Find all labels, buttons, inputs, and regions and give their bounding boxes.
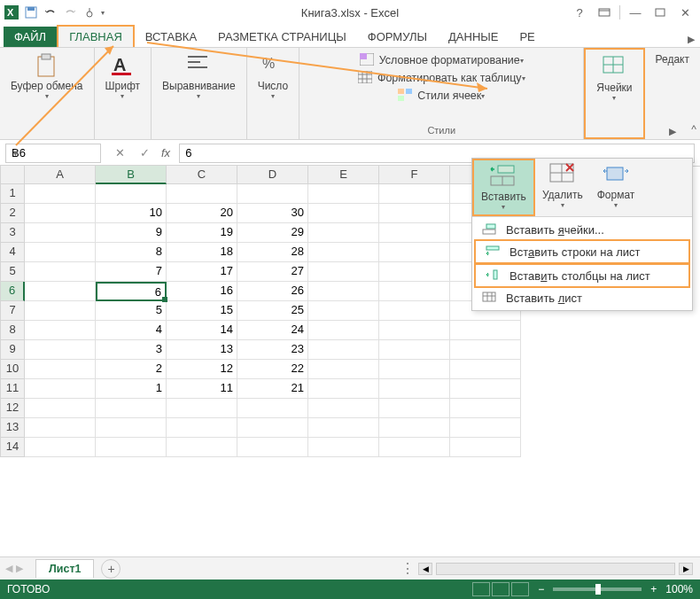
cell[interactable]: 14 (167, 321, 237, 340)
row-header[interactable]: 1 (0, 184, 25, 204)
cell[interactable] (25, 418, 96, 438)
cell[interactable] (25, 438, 96, 457)
alignment-button[interactable]: Выравнивание ▾ (159, 51, 239, 102)
cell[interactable] (167, 184, 237, 204)
cell[interactable]: 26 (237, 282, 308, 301)
format-as-table-button[interactable]: Форматировать как таблицу▾ (358, 69, 525, 87)
cell[interactable]: 27 (237, 262, 308, 282)
minimize-button[interactable]: — (624, 4, 647, 21)
cell[interactable] (379, 399, 450, 418)
cell[interactable]: 24 (237, 321, 308, 340)
cell[interactable]: 19 (167, 223, 237, 243)
tab-home[interactable]: ГЛАВНАЯ (57, 25, 135, 47)
cell[interactable]: 25 (237, 301, 308, 321)
cell[interactable] (25, 223, 96, 243)
cell[interactable] (308, 418, 379, 438)
row-header[interactable]: 10 (0, 360, 25, 379)
zoom-slider[interactable] (553, 587, 642, 591)
tab-page-layout[interactable]: РАЗМЕТКА СТРАНИЦЫ (207, 27, 357, 47)
sheet-nav-prev[interactable]: ◀ (5, 563, 12, 574)
cell[interactable]: 5 (96, 301, 167, 321)
view-page-break[interactable] (511, 582, 529, 596)
cell[interactable] (379, 321, 450, 340)
cell[interactable] (308, 184, 379, 204)
cell[interactable] (379, 301, 450, 321)
col-header[interactable]: D (237, 165, 308, 184)
cell[interactable] (25, 379, 96, 399)
row-header[interactable]: 3 (0, 223, 25, 243)
col-header[interactable]: E (308, 165, 379, 184)
cell[interactable] (237, 418, 308, 438)
cell[interactable] (308, 360, 379, 379)
row-header[interactable]: 8 (0, 321, 25, 340)
cell[interactable]: 12 (167, 360, 237, 379)
cell[interactable] (96, 438, 167, 457)
format-split-button[interactable]: Формат ▾ (590, 159, 642, 216)
cell[interactable] (308, 223, 379, 243)
font-button[interactable]: A Шрифт ▾ (102, 51, 144, 102)
cell[interactable]: 21 (237, 379, 308, 399)
hscroll-right[interactable]: ▶ (679, 563, 693, 575)
cell[interactable]: 23 (237, 340, 308, 360)
view-normal[interactable] (472, 582, 490, 596)
cell[interactable] (379, 379, 450, 399)
insert-split-button[interactable]: Вставить ▾ (472, 159, 535, 216)
cell[interactable]: 10 (96, 204, 167, 223)
cell[interactable] (379, 282, 450, 301)
cell[interactable] (450, 340, 521, 360)
cell[interactable] (237, 399, 308, 418)
menu-insert-cells[interactable]: Вставить ячейки... (472, 219, 692, 240)
row-header[interactable]: 14 (0, 438, 25, 457)
cell[interactable] (25, 360, 96, 379)
cell[interactable]: 4 (96, 321, 167, 340)
cell[interactable]: 9 (96, 223, 167, 243)
cell[interactable] (96, 399, 167, 418)
sheet-nav-next[interactable]: ▶ (16, 563, 23, 574)
cell[interactable] (308, 282, 379, 301)
hscroll-track[interactable] (436, 563, 675, 575)
cell[interactable] (25, 399, 96, 418)
cell[interactable]: 28 (237, 243, 308, 262)
tab-formulas[interactable]: ФОРМУЛЫ (357, 27, 438, 47)
hscroll-left[interactable]: ◀ (418, 563, 432, 575)
cell[interactable]: 20 (167, 204, 237, 223)
row-header[interactable]: 11 (0, 379, 25, 399)
zoom-level[interactable]: 100% (665, 583, 693, 595)
touch-icon[interactable] (82, 4, 97, 20)
cell[interactable] (96, 184, 167, 204)
cell[interactable] (25, 184, 96, 204)
row-header[interactable]: 2 (0, 204, 25, 223)
cell[interactable] (308, 301, 379, 321)
cell[interactable] (308, 321, 379, 340)
menu-insert-sheet[interactable]: Вставить лист (472, 287, 692, 308)
cell[interactable] (450, 399, 521, 418)
close-button[interactable]: ✕ (673, 4, 696, 21)
cell[interactable] (308, 243, 379, 262)
tab-scroll-right[interactable]: ▶ (682, 32, 700, 47)
row-header[interactable]: 13 (0, 418, 25, 438)
ribbon-display-icon[interactable] (593, 4, 616, 21)
cell[interactable]: 29 (237, 223, 308, 243)
cell[interactable] (450, 360, 521, 379)
menu-insert-columns[interactable]: Вставить столбцы на лист (474, 263, 690, 288)
select-all-corner[interactable] (0, 165, 25, 184)
cell[interactable]: 13 (167, 340, 237, 360)
row-header[interactable]: 5 (0, 262, 25, 282)
row-header[interactable]: 6 (0, 282, 25, 301)
cell[interactable]: 17 (167, 262, 237, 282)
enter-icon[interactable]: ✓ (136, 145, 152, 161)
tab-file[interactable]: ФАЙЛ (4, 27, 57, 47)
cell[interactable]: 30 (237, 204, 308, 223)
cell[interactable] (450, 418, 521, 438)
row-header[interactable]: 12 (0, 399, 25, 418)
cell[interactable] (379, 418, 450, 438)
col-header[interactable]: C (167, 165, 237, 184)
tab-insert[interactable]: ВСТАВКА (135, 27, 207, 47)
row-header[interactable]: 9 (0, 340, 25, 360)
cell[interactable] (96, 418, 167, 438)
fx-icon[interactable]: fx (161, 146, 170, 159)
cell[interactable] (308, 340, 379, 360)
cell[interactable]: 11 (167, 379, 237, 399)
save-icon[interactable] (23, 4, 39, 20)
cell[interactable] (379, 243, 450, 262)
